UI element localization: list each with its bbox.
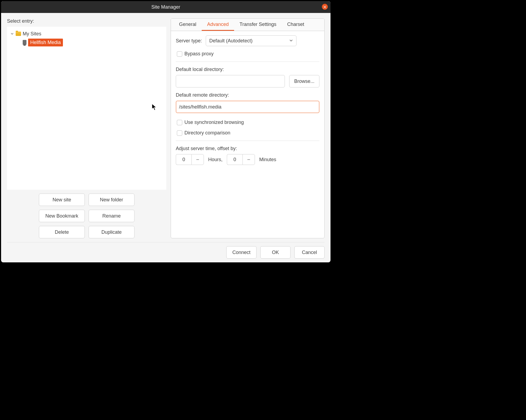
tree-site-label: Hellfish Media <box>28 39 63 46</box>
divider <box>176 141 319 141</box>
minutes-stepper-buttons[interactable]: − <box>242 154 255 165</box>
remote-dir-label: Default remote directory: <box>176 92 319 98</box>
tree-root-label: My Sites <box>23 31 41 37</box>
chevron-down-icon[interactable] <box>10 32 14 36</box>
folder-icon <box>16 32 21 36</box>
server-type-label: Server type: <box>176 38 202 44</box>
new-folder-button[interactable]: New folder <box>89 194 134 206</box>
remote-directory-input[interactable] <box>176 101 319 113</box>
hours-stepper[interactable]: 0 − <box>176 154 204 165</box>
minutes-stepper[interactable]: 0 − <box>227 154 255 165</box>
tabs: General Advanced Transfer Settings Chars… <box>171 19 324 31</box>
tab-transfer-settings[interactable]: Transfer Settings <box>234 19 282 31</box>
local-directory-input[interactable] <box>176 75 285 87</box>
dir-compare-label: Directory comparison <box>184 130 230 136</box>
server-icon <box>23 40 26 45</box>
new-bookmark-button[interactable]: New Bookmark <box>39 210 85 222</box>
hours-label: Hours, <box>208 157 222 162</box>
tree-site-row[interactable]: Hellfish Media <box>9 38 165 47</box>
chevron-down-icon <box>289 38 293 44</box>
server-type-value: Default (Autodetect) <box>209 38 252 44</box>
hours-value[interactable]: 0 <box>176 154 191 165</box>
minutes-label: Minutes <box>259 157 276 162</box>
tab-charset[interactable]: Charset <box>282 19 310 31</box>
window-close-button[interactable] <box>322 4 328 10</box>
connect-button[interactable]: Connect <box>226 246 257 259</box>
duplicate-button[interactable]: Duplicate <box>89 226 134 238</box>
bypass-proxy-label: Bypass proxy <box>184 51 214 57</box>
bypass-proxy-checkbox[interactable] <box>177 51 182 57</box>
delete-button[interactable]: Delete <box>39 226 85 238</box>
new-site-button[interactable]: New site <box>39 194 85 206</box>
sync-browsing-label: Use synchronized browsing <box>184 120 244 125</box>
sync-browsing-checkbox[interactable] <box>177 120 182 125</box>
site-tree[interactable]: My Sites Hellfish Media <box>7 27 166 190</box>
adjust-time-label: Adjust server time, offset by: <box>176 146 319 151</box>
hours-stepper-buttons[interactable]: − <box>191 154 204 165</box>
ok-button[interactable]: OK <box>260 246 291 259</box>
window-title: Site Manager <box>151 4 180 10</box>
cancel-button[interactable]: Cancel <box>294 246 325 259</box>
local-dir-label: Default local directory: <box>176 67 319 72</box>
titlebar: Site Manager <box>1 1 331 13</box>
tab-advanced[interactable]: Advanced <box>202 19 234 31</box>
dir-compare-checkbox[interactable] <box>177 130 182 136</box>
rename-button[interactable]: Rename <box>89 210 134 222</box>
server-type-select[interactable]: Default (Autodetect) <box>206 35 296 46</box>
select-entry-label: Select entry: <box>7 18 166 24</box>
browse-button[interactable]: Browse... <box>289 75 319 87</box>
tree-root-row[interactable]: My Sites <box>9 29 165 38</box>
minutes-value[interactable]: 0 <box>227 154 242 165</box>
close-icon <box>323 4 326 10</box>
site-manager-window: Site Manager Select entry: My Sites <box>0 0 332 263</box>
tab-general[interactable]: General <box>174 19 202 31</box>
divider <box>176 62 319 62</box>
